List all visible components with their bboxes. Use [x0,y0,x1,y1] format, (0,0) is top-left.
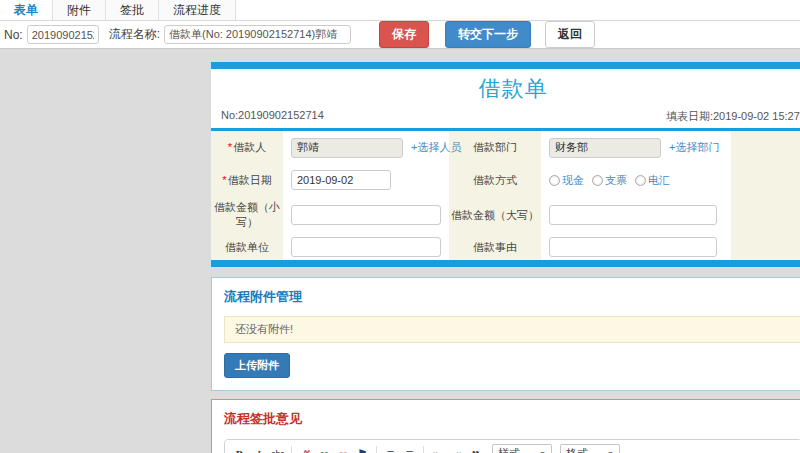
page-content: 借款单 No:20190902152714 填表日期:2019-09-02 15… [0,49,800,453]
tab-approval[interactable]: 签批 [106,0,159,20]
forward-next-step-button[interactable]: 转交下一步 [445,21,531,48]
approval-panel: 流程签批意见 B I abc A ∞ ∞ ⚑ ≡ ≡ ⇤ ⇥ ” 样式 [211,399,800,453]
italic-icon[interactable]: I [250,446,267,453]
beige-filler [731,234,800,260]
loan-unit-label: 借款单位 [211,234,283,260]
loan-form-panel: 借款单 No:20190902152714 填表日期:2019-09-02 15… [211,62,800,267]
amount-big-input[interactable] [549,205,717,225]
form-bottom-bar [211,260,800,267]
required-mark: * [222,173,226,188]
blockquote-icon[interactable]: ” [467,446,484,453]
amount-small-cell [283,196,449,234]
loan-reason-cell [541,234,731,260]
form-meta-row: No:20190902152714 填表日期:2019-09-02 15:27:… [211,107,800,128]
department-cell: +选择部门 [541,131,731,164]
process-name-label: 流程名称: [109,26,160,43]
radio-circle-icon [549,175,560,186]
upload-attachment-button[interactable]: 上传附件 [224,353,290,378]
amount-small-label: 借款金额（小写） [211,196,283,234]
borrower-label: *借款人 [211,131,283,164]
form-fill-date-text: 填表日期:2019-09-02 15:27:1 [666,109,800,124]
style-dropdown[interactable]: 样式 ▼ [492,444,552,453]
loan-method-radio-group: 现金 支票 电汇 [549,173,670,188]
department-label: 借款部门 [449,131,541,164]
anchor-flag-icon[interactable]: ⚑ [354,446,371,453]
bold-icon[interactable]: B [231,446,248,453]
radio-circle-icon [635,175,646,186]
loan-reason-label: 借款事由 [449,234,541,260]
tab-progress[interactable]: 流程进度 [159,0,236,20]
no-input[interactable] [27,25,99,44]
bullet-list-icon[interactable]: ≡ [401,446,418,453]
amount-big-label: 借款金额（大写） [449,196,541,234]
beige-filler [731,131,800,164]
toolbar-separator [291,446,292,453]
attachments-panel: 流程附件管理 还没有附件! 上传附件 [211,277,800,391]
indent-icon[interactable]: ⇥ [448,446,465,453]
radio-circle-icon [592,175,603,186]
outdent-icon[interactable]: ⇤ [429,446,446,453]
link-icon[interactable]: ∞ [316,446,333,453]
editor-toolbar: B I abc A ∞ ∞ ⚑ ≡ ≡ ⇤ ⇥ ” 样式 ▼ [225,440,800,453]
approval-heading: 流程签批意见 [224,410,800,428]
action-toolbar: No: 流程名称: 保存 转交下一步 返回 [0,21,800,49]
toolbar-separator [423,446,424,453]
loan-date-cell [283,164,449,196]
unlink-icon[interactable]: ∞ [335,446,352,453]
form-fields-grid: *借款人 +选择人员 借款部门 +选择部门 *借款日期 借款方式 现金 支票 [211,131,800,260]
radio-wire-transfer[interactable]: 电汇 [635,173,670,188]
department-input[interactable] [549,138,661,158]
loan-unit-cell [283,234,449,260]
loan-unit-input[interactable] [291,237,441,257]
beige-filler [731,196,800,234]
form-top-bar [211,62,800,69]
amount-small-input[interactable] [291,205,441,225]
numbered-list-icon[interactable]: ≡ [382,446,399,453]
loan-date-label: *借款日期 [211,164,283,196]
amount-big-cell [541,196,731,234]
loan-date-input[interactable] [291,170,391,190]
tab-strip: 表单 附件 签批 流程进度 [0,0,800,21]
process-name-input[interactable] [164,25,351,44]
attachments-heading: 流程附件管理 [224,288,800,306]
no-label: No: [4,28,23,42]
radio-cash[interactable]: 现金 [549,173,584,188]
loan-reason-input[interactable] [549,237,717,257]
form-title: 借款单 [211,69,800,107]
strikethrough-icon[interactable]: abc [269,446,286,453]
form-no-text: No:20190902152714 [221,109,324,124]
tab-form[interactable]: 表单 [0,0,53,20]
tab-attachments[interactable]: 附件 [53,0,106,20]
loan-method-label: 借款方式 [449,164,541,196]
loan-method-cell: 现金 支票 电汇 [541,164,731,196]
format-dropdown[interactable]: 格式 ▼ [560,444,620,453]
beige-filler [731,164,800,196]
remove-format-icon[interactable]: A [297,446,314,453]
borrower-cell: +选择人员 [283,131,449,164]
borrower-input[interactable] [291,138,403,158]
rich-text-editor: B I abc A ∞ ∞ ⚑ ≡ ≡ ⇤ ⇥ ” 样式 ▼ [224,439,800,453]
required-mark: * [228,140,232,155]
select-department-link[interactable]: +选择部门 [669,140,719,155]
back-button[interactable]: 返回 [545,21,595,48]
no-attachments-notice: 还没有附件! [224,316,800,343]
radio-cheque[interactable]: 支票 [592,173,627,188]
toolbar-separator [376,446,377,453]
save-button[interactable]: 保存 [379,21,429,48]
